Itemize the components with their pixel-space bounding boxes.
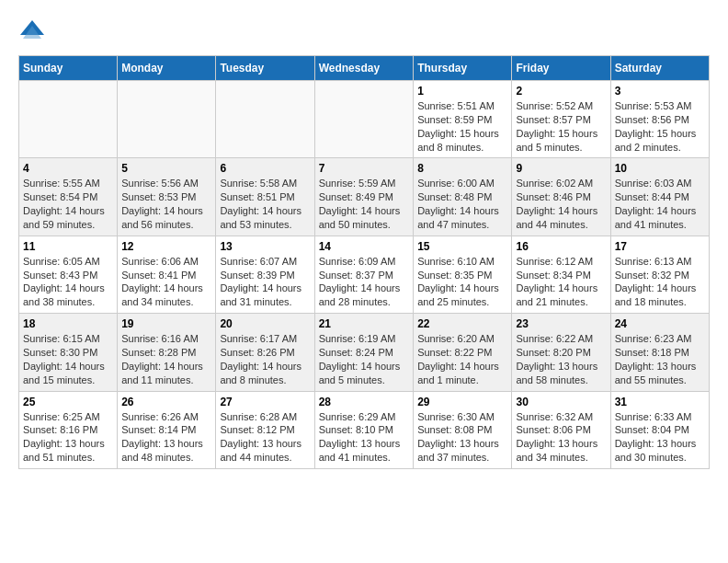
day-info: Sunrise: 6:22 AM Sunset: 8:20 PM Dayligh… [516,332,606,386]
day-info: Sunrise: 6:00 AM Sunset: 8:48 PM Dayligh… [417,177,507,231]
day-number: 13 [220,240,310,253]
weekday-header-sunday: Sunday [19,56,118,81]
day-info: Sunrise: 5:52 AM Sunset: 8:57 PM Dayligh… [516,99,606,154]
calendar-cell: 26Sunrise: 6:26 AM Sunset: 8:14 PM Dayli… [118,391,216,468]
day-info: Sunrise: 6:10 AM Sunset: 8:35 PM Dayligh… [417,255,507,309]
day-number: 17 [615,240,705,253]
day-info: Sunrise: 5:55 AM Sunset: 8:54 PM Dayligh… [23,177,113,231]
weekday-header-thursday: Thursday [414,56,512,81]
day-info: Sunrise: 6:20 AM Sunset: 8:22 PM Dayligh… [417,332,507,386]
calendar-cell: 22Sunrise: 6:20 AM Sunset: 8:22 PM Dayli… [414,314,512,391]
day-info: Sunrise: 6:17 AM Sunset: 8:26 PM Dayligh… [220,332,310,386]
day-info: Sunrise: 6:32 AM Sunset: 8:06 PM Dayligh… [516,410,606,465]
calendar-cell: 14Sunrise: 6:09 AM Sunset: 8:37 PM Dayli… [314,236,414,313]
calendar-cell: 24Sunrise: 6:23 AM Sunset: 8:18 PM Dayli… [610,314,709,391]
day-number: 28 [319,396,410,408]
weekday-header-monday: Monday [118,56,216,81]
calendar-cell: 3Sunrise: 5:53 AM Sunset: 8:56 PM Daylig… [610,81,709,158]
day-info: Sunrise: 6:19 AM Sunset: 8:24 PM Dayligh… [319,332,410,386]
day-number: 30 [516,396,606,408]
day-info: Sunrise: 6:23 AM Sunset: 8:18 PM Dayligh… [615,332,705,386]
calendar-cell: 25Sunrise: 6:25 AM Sunset: 8:16 PM Dayli… [19,391,118,468]
day-info: Sunrise: 6:15 AM Sunset: 8:30 PM Dayligh… [23,332,113,386]
calendar-cell: 16Sunrise: 6:12 AM Sunset: 8:34 PM Dayli… [512,236,610,313]
day-number: 11 [23,240,113,253]
day-number: 24 [615,317,705,330]
day-info: Sunrise: 6:16 AM Sunset: 8:28 PM Dayligh… [121,332,211,386]
logo-icon [18,18,46,46]
calendar-cell: 17Sunrise: 6:13 AM Sunset: 8:32 PM Dayli… [610,236,709,313]
calendar-cell: 4Sunrise: 5:55 AM Sunset: 8:54 PM Daylig… [19,158,118,236]
day-number: 26 [121,396,211,408]
day-number: 25 [23,396,113,408]
day-info: Sunrise: 6:03 AM Sunset: 8:44 PM Dayligh… [615,177,705,231]
day-number: 16 [516,240,606,253]
calendar-cell: 19Sunrise: 6:16 AM Sunset: 8:28 PM Dayli… [118,314,216,391]
day-number: 2 [516,85,606,98]
calendar-cell: 31Sunrise: 6:33 AM Sunset: 8:04 PM Dayli… [610,391,709,468]
day-info: Sunrise: 6:09 AM Sunset: 8:37 PM Dayligh… [319,255,410,309]
day-info: Sunrise: 6:12 AM Sunset: 8:34 PM Dayligh… [516,255,606,309]
calendar-cell: 13Sunrise: 6:07 AM Sunset: 8:39 PM Dayli… [216,236,314,313]
weekday-header-wednesday: Wednesday [314,56,414,81]
day-number: 27 [220,396,310,408]
day-number: 29 [417,396,507,408]
day-info: Sunrise: 6:30 AM Sunset: 8:08 PM Dayligh… [417,410,507,465]
calendar-cell: 7Sunrise: 5:59 AM Sunset: 8:49 PM Daylig… [314,158,414,236]
day-number: 1 [417,85,507,98]
day-number: 8 [417,162,507,175]
calendar-cell: 27Sunrise: 6:28 AM Sunset: 8:12 PM Dayli… [216,391,314,468]
calendar-cell: 23Sunrise: 6:22 AM Sunset: 8:20 PM Dayli… [512,314,610,391]
calendar-table: SundayMondayTuesdayWednesdayThursdayFrid… [18,55,710,469]
weekday-header-saturday: Saturday [610,56,709,81]
day-info: Sunrise: 6:25 AM Sunset: 8:16 PM Dayligh… [23,410,113,465]
day-number: 23 [516,317,606,330]
day-number: 7 [319,162,410,175]
calendar-cell: 9Sunrise: 6:02 AM Sunset: 8:46 PM Daylig… [512,158,610,236]
weekday-header-friday: Friday [512,56,610,81]
day-number: 4 [23,162,113,175]
day-number: 12 [121,240,211,253]
day-number: 19 [121,317,211,330]
calendar-cell: 11Sunrise: 6:05 AM Sunset: 8:43 PM Dayli… [19,236,118,313]
day-number: 5 [121,162,211,175]
logo [18,18,50,46]
calendar-cell: 12Sunrise: 6:06 AM Sunset: 8:41 PM Dayli… [118,236,216,313]
calendar-cell: 28Sunrise: 6:29 AM Sunset: 8:10 PM Dayli… [314,391,414,468]
calendar-cell: 21Sunrise: 6:19 AM Sunset: 8:24 PM Dayli… [314,314,414,391]
day-info: Sunrise: 6:07 AM Sunset: 8:39 PM Dayligh… [220,255,310,309]
day-number: 10 [615,162,705,175]
day-number: 6 [220,162,310,175]
week-row-4: 18Sunrise: 6:15 AM Sunset: 8:30 PM Dayli… [19,314,710,391]
day-info: Sunrise: 6:06 AM Sunset: 8:41 PM Dayligh… [121,255,211,309]
day-info: Sunrise: 6:02 AM Sunset: 8:46 PM Dayligh… [516,177,606,231]
weekday-header-tuesday: Tuesday [216,56,314,81]
week-row-2: 4Sunrise: 5:55 AM Sunset: 8:54 PM Daylig… [19,158,710,236]
day-info: Sunrise: 5:56 AM Sunset: 8:53 PM Dayligh… [121,177,211,231]
calendar-cell: 5Sunrise: 5:56 AM Sunset: 8:53 PM Daylig… [118,158,216,236]
day-number: 20 [220,317,310,330]
page-header [18,18,710,46]
calendar-cell: 20Sunrise: 6:17 AM Sunset: 8:26 PM Dayli… [216,314,314,391]
day-info: Sunrise: 6:29 AM Sunset: 8:10 PM Dayligh… [319,410,410,465]
day-info: Sunrise: 5:51 AM Sunset: 8:59 PM Dayligh… [417,99,507,154]
day-number: 3 [615,85,705,98]
day-info: Sunrise: 5:53 AM Sunset: 8:56 PM Dayligh… [615,99,705,154]
calendar-cell: 6Sunrise: 5:58 AM Sunset: 8:51 PM Daylig… [216,158,314,236]
calendar-cell: 1Sunrise: 5:51 AM Sunset: 8:59 PM Daylig… [414,81,512,158]
day-number: 22 [417,317,507,330]
day-info: Sunrise: 6:13 AM Sunset: 8:32 PM Dayligh… [615,255,705,309]
calendar-cell: 18Sunrise: 6:15 AM Sunset: 8:30 PM Dayli… [19,314,118,391]
calendar-cell [118,81,216,158]
calendar-cell: 15Sunrise: 6:10 AM Sunset: 8:35 PM Dayli… [414,236,512,313]
day-info: Sunrise: 5:58 AM Sunset: 8:51 PM Dayligh… [220,177,310,231]
calendar-cell [216,81,314,158]
calendar-cell [19,81,118,158]
calendar-cell: 10Sunrise: 6:03 AM Sunset: 8:44 PM Dayli… [610,158,709,236]
week-row-5: 25Sunrise: 6:25 AM Sunset: 8:16 PM Dayli… [19,391,710,468]
day-number: 9 [516,162,606,175]
day-number: 15 [417,240,507,253]
calendar-cell: 2Sunrise: 5:52 AM Sunset: 8:57 PM Daylig… [512,81,610,158]
calendar-cell: 8Sunrise: 6:00 AM Sunset: 8:48 PM Daylig… [414,158,512,236]
calendar-cell: 30Sunrise: 6:32 AM Sunset: 8:06 PM Dayli… [512,391,610,468]
